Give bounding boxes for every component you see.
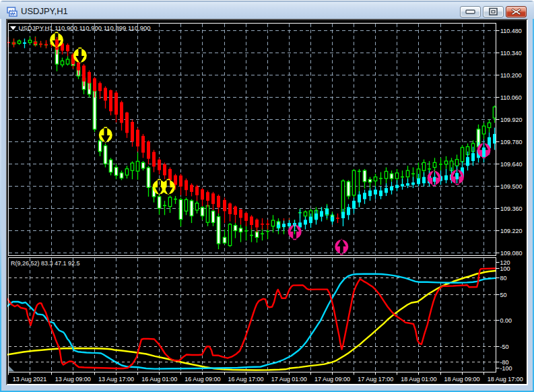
svg-text:110.340: 110.340 xyxy=(500,50,522,57)
svg-text:109.640: 109.640 xyxy=(500,161,523,168)
svg-text:16 Aug 09:00: 16 Aug 09:00 xyxy=(185,376,220,383)
svg-text:R(9,26,52) 83.3 47.1 92.5: R(9,26,52) 83.3 47.1 92.5 xyxy=(11,260,80,267)
svg-text:17 Aug 09:00: 17 Aug 09:00 xyxy=(314,376,350,383)
svg-text:110.060: 110.060 xyxy=(500,94,522,101)
svg-text:110.200: 110.200 xyxy=(500,72,522,79)
svg-text:USDJPY,H1 110.900 110.900 110: USDJPY,H1 110.900 110.900 110.899 110.90… xyxy=(19,24,151,32)
svg-text:17 Aug 01:00: 17 Aug 01:00 xyxy=(271,376,307,383)
svg-text:110.480: 110.480 xyxy=(500,28,522,34)
svg-text:18 Aug 17:00: 18 Aug 17:00 xyxy=(488,376,523,383)
svg-text:16 Aug 17:00: 16 Aug 17:00 xyxy=(228,376,264,383)
svg-text:109.360: 109.360 xyxy=(500,205,523,212)
svg-text:13 Aug 17:00: 13 Aug 17:00 xyxy=(98,376,134,383)
svg-text:18 Aug 01:00: 18 Aug 01:00 xyxy=(401,376,436,383)
svg-text:18 Aug 09:00: 18 Aug 09:00 xyxy=(444,376,480,383)
svg-text:13 Aug 2021: 13 Aug 2021 xyxy=(13,376,47,383)
svg-text:109.500: 109.500 xyxy=(500,183,523,190)
svg-text:109.780: 109.780 xyxy=(500,139,523,145)
svg-text:100: 100 xyxy=(500,265,510,272)
svg-text:109.080: 109.080 xyxy=(500,250,523,257)
svg-text:16 Aug 01:00: 16 Aug 01:00 xyxy=(141,376,177,383)
svg-text:109.920: 109.920 xyxy=(500,117,523,123)
svg-text:13 Aug 09:00: 13 Aug 09:00 xyxy=(55,376,91,383)
svg-text:50: 50 xyxy=(500,292,507,298)
svg-text:-100: -100 xyxy=(500,365,512,372)
svg-text:0.00: 0.00 xyxy=(500,317,512,324)
svg-text:109.220: 109.220 xyxy=(500,228,523,234)
svg-text:80: 80 xyxy=(500,275,507,282)
svg-text:-50: -50 xyxy=(500,344,509,350)
svg-text:17 Aug 17:00: 17 Aug 17:00 xyxy=(358,376,393,383)
